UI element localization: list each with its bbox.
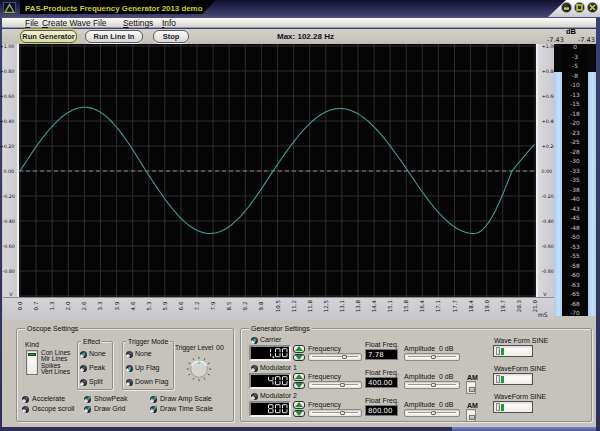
spinner-up-modulator-2[interactable]	[293, 401, 305, 409]
spinner-up-carrier[interactable]	[293, 345, 305, 353]
check-draw-amp-scale[interactable]	[150, 396, 157, 403]
time-tick-label: 17.7	[451, 298, 458, 315]
menu-item-settings[interactable]: Settings	[123, 18, 153, 28]
db-tick-label: -30	[563, 157, 586, 164]
amplitude-slider-modulator-2-thumb[interactable]	[431, 411, 436, 415]
amplitude-slider-carrier-thumb[interactable]	[431, 355, 436, 359]
spinner-down-carrier[interactable]	[293, 354, 305, 362]
time-tick-label: 5.9	[161, 298, 168, 315]
amplitude-scale-right: +1.00+0.80+0.60+0.40+0.200.00-0.20-0.40-…	[536, 44, 554, 297]
title-bar[interactable]: PAS-Products Frequency Generator 2013 de…	[0, 0, 600, 18]
amplitude-slider-modulator-1[interactable]	[404, 381, 460, 389]
amplitude-label-carrier: Amplitude 0 dB	[404, 345, 453, 352]
db-tick-label: -13	[563, 91, 586, 98]
check-label-showpeak: ShowPeak	[94, 395, 127, 402]
frequency-slider-modulator-1-thumb[interactable]	[340, 383, 345, 387]
effect-option-label: None	[89, 350, 106, 357]
effect-option-label: Peak	[89, 364, 105, 371]
time-tick-label: 2.0	[65, 298, 72, 315]
am-toggle-modulator-1[interactable]	[466, 381, 476, 394]
amplitude-slider-modulator-1-thumb[interactable]	[431, 383, 436, 387]
amp-tick-label: -0.80	[2, 268, 14, 274]
kind-selector[interactable]	[26, 350, 38, 375]
amplitude-slider-modulator-2[interactable]	[404, 409, 460, 417]
window-bottom-frame-accent	[452, 427, 596, 431]
time-unit-label: mS	[538, 311, 548, 318]
waveform-selector-thumb-modulator-1[interactable]	[496, 375, 500, 383]
spinner-up-modulator-1[interactable]	[293, 373, 305, 381]
check-draw-time-scale[interactable]	[150, 406, 157, 413]
trigger_mode-radio-none[interactable]	[126, 351, 133, 358]
seven-segment-digits	[251, 375, 289, 387]
time-tick-label: 14.4	[371, 298, 378, 315]
waveform-selector-thumb-carrier[interactable]	[496, 347, 500, 355]
check-label-draw-amp-scale: Draw Amp Scale	[160, 395, 212, 402]
am-toggle-modulator-2[interactable]	[466, 409, 476, 422]
run-line-in-button[interactable]: Run Line In	[85, 30, 143, 43]
kind-label: Kind	[25, 341, 39, 348]
time-tick-label: 20.3	[516, 298, 523, 315]
waveform-selector-modulator-2[interactable]	[493, 401, 533, 413]
max-frequency-readout: Max: 102.28 Hz	[277, 32, 334, 41]
menu-item-info[interactable]: Info	[162, 18, 176, 28]
db-tick-label: -25	[563, 138, 586, 145]
frequency-slider-modulator-2[interactable]	[308, 409, 362, 417]
minimize-button[interactable]	[561, 2, 572, 13]
menu-item-file[interactable]: File	[25, 18, 39, 28]
oscilloscope-canvas	[19, 44, 536, 297]
check-showpeak[interactable]	[84, 396, 91, 403]
maximize-button[interactable]	[574, 2, 585, 13]
frequency-slider-carrier-thumb[interactable]	[342, 355, 347, 359]
trigger-level-value: 00	[216, 344, 224, 351]
amplitude-label-modulator-2: Amplitude 0 dB	[404, 401, 453, 408]
source-radio-carrier[interactable]	[251, 337, 258, 344]
trigger-level-knob[interactable]	[186, 356, 212, 382]
trigger_mode-radio-down-flag[interactable]	[126, 379, 133, 386]
waveform-selector-thumb-modulator-2[interactable]	[496, 403, 500, 411]
float-freq-label-carrier: Float Freq.	[365, 341, 399, 348]
trigger_mode-option-label: Up Flag	[135, 364, 160, 371]
db-tick-label: -33	[563, 167, 586, 174]
kind-selector-thumb[interactable]	[28, 353, 36, 356]
source-radio-modulator-2[interactable]	[251, 393, 258, 400]
arrow-up-icon	[295, 402, 303, 407]
time-scale: 0.00.71.32.02.63.33.94.65.35.96.67.27.98…	[3, 297, 554, 320]
amplitude-slider-carrier[interactable]	[404, 353, 460, 361]
spinner-down-modulator-1[interactable]	[293, 382, 305, 390]
app-icon[interactable]	[3, 2, 16, 15]
kind-option-vert-lines[interactable]: Vert Lines	[41, 368, 70, 375]
time-tick-label: 15.1	[387, 298, 394, 315]
db-tick-label: -65	[563, 290, 586, 297]
menu-item-create-wave-file[interactable]: Create Wave File	[42, 18, 106, 28]
check-draw-grid[interactable]	[84, 406, 91, 413]
db-tick-label: -68	[563, 300, 586, 307]
waveform-selector-indicator-modulator-1	[501, 376, 504, 383]
time-tick-label: 6.6	[178, 298, 185, 315]
amp-tick-label: 0.00	[4, 168, 15, 174]
run-generator-button[interactable]: Run Generator	[20, 30, 77, 43]
stop-button[interactable]: Stop	[153, 30, 189, 43]
check-accelerate[interactable]	[22, 396, 29, 403]
waveform-selector-modulator-1[interactable]	[493, 373, 533, 385]
effect-radio-none[interactable]	[80, 351, 87, 358]
level-meter-bar-right	[588, 44, 596, 316]
frequency-slider-modulator-1[interactable]	[308, 381, 362, 389]
frequency-slider-carrier-groove	[312, 356, 358, 358]
source-radio-modulator-1[interactable]	[251, 365, 258, 372]
trigger_mode-radio-up-flag[interactable]	[126, 365, 133, 372]
db-tick-label: -45	[563, 214, 586, 221]
time-tick-label: 11.8	[306, 298, 313, 315]
close-button[interactable]	[587, 2, 598, 13]
frequency-slider-modulator-2-thumb[interactable]	[340, 411, 345, 415]
waveform-selector-indicator-carrier	[501, 348, 504, 355]
am-toggle-knob-modulator-2[interactable]	[469, 415, 475, 420]
effect-radio-peak[interactable]	[80, 365, 87, 372]
frequency-slider-carrier[interactable]	[308, 353, 362, 361]
spinner-down-modulator-2[interactable]	[293, 410, 305, 418]
am-toggle-knob-modulator-1[interactable]	[469, 387, 475, 392]
check-oscope-scroll[interactable]	[22, 406, 29, 413]
minimize-icon	[563, 4, 570, 11]
waveform-selector-carrier[interactable]	[493, 345, 533, 357]
effect-radio-split[interactable]	[80, 379, 87, 386]
db-tick-label: -5	[563, 62, 586, 69]
